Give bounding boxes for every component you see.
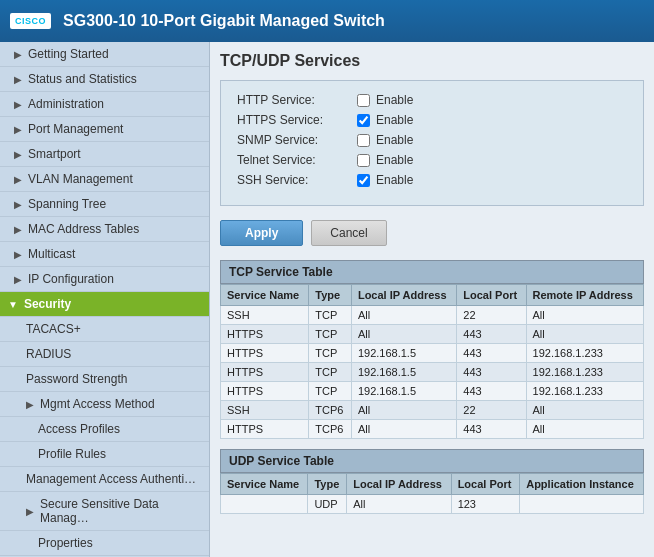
sidebar-item-secure-sensitive-data[interactable]: ▶Secure Sensitive Data Manag… bbox=[0, 492, 209, 531]
table-cell: 192.168.1.5 bbox=[351, 363, 456, 382]
service-checkbox-ssh[interactable] bbox=[357, 174, 370, 187]
service-enable-label-https: Enable bbox=[376, 113, 413, 127]
arrow-icon: ▶ bbox=[26, 399, 34, 410]
table-cell: All bbox=[351, 401, 456, 420]
table-cell: 443 bbox=[457, 325, 526, 344]
sidebar-item-label: VLAN Management bbox=[28, 172, 133, 186]
sidebar-item-label: Status and Statistics bbox=[28, 72, 137, 86]
sidebar-item-radius[interactable]: RADIUS bbox=[0, 342, 209, 367]
table-row: HTTPSTCPAll443All bbox=[221, 325, 644, 344]
sidebar-item-label: Administration bbox=[28, 97, 104, 111]
service-label-https: HTTPS Service: bbox=[237, 113, 357, 127]
sidebar-item-label: Secure Sensitive Data Manag… bbox=[40, 497, 201, 525]
sidebar-item-password-strength[interactable]: Password Strength bbox=[0, 367, 209, 392]
sidebar-item-port-management[interactable]: ▶Port Management bbox=[0, 117, 209, 142]
sidebar-item-profile-rules[interactable]: Profile Rules bbox=[0, 442, 209, 467]
service-row-ssh: SSH Service: Enable bbox=[237, 173, 627, 187]
table-cell: TCP6 bbox=[309, 401, 352, 420]
arrow-icon: ▶ bbox=[14, 274, 22, 285]
service-enable-label-telnet: Enable bbox=[376, 153, 413, 167]
table-cell: 443 bbox=[457, 420, 526, 439]
table-row: SSHTCPAll22All bbox=[221, 306, 644, 325]
services-form: HTTP Service: Enable HTTPS Service: Enab… bbox=[220, 80, 644, 206]
sidebar-item-access-profiles[interactable]: Access Profiles bbox=[0, 417, 209, 442]
sidebar-item-mgmt-access-method[interactable]: ▶Mgmt Access Method bbox=[0, 392, 209, 417]
table-cell: SSH bbox=[221, 306, 309, 325]
sidebar-item-mgmt-access-auth[interactable]: Management Access Authenti… bbox=[0, 467, 209, 492]
cancel-button[interactable]: Cancel bbox=[311, 220, 386, 246]
sidebar-item-ip-configuration[interactable]: ▶IP Configuration bbox=[0, 267, 209, 292]
table-cell: All bbox=[526, 325, 643, 344]
sidebar-item-spanning-tree[interactable]: ▶Spanning Tree bbox=[0, 192, 209, 217]
table-cell: HTTPS bbox=[221, 420, 309, 439]
sidebar-item-label: IP Configuration bbox=[28, 272, 114, 286]
table-cell: 192.168.1.233 bbox=[526, 363, 643, 382]
sidebar-item-label: Getting Started bbox=[28, 47, 109, 61]
sidebar-item-vlan-management[interactable]: ▶VLAN Management bbox=[0, 167, 209, 192]
sidebar-item-security[interactable]: ▼Security bbox=[0, 292, 209, 317]
sidebar-item-label: Password Strength bbox=[26, 372, 127, 386]
table-cell: HTTPS bbox=[221, 344, 309, 363]
column-header: Local Port bbox=[451, 474, 520, 495]
sidebar-item-label: Security bbox=[24, 297, 71, 311]
table-cell: 192.168.1.233 bbox=[526, 382, 643, 401]
service-label-http: HTTP Service: bbox=[237, 93, 357, 107]
table-cell: All bbox=[351, 420, 456, 439]
column-header: Type bbox=[309, 285, 352, 306]
sidebar-item-multicast[interactable]: ▶Multicast bbox=[0, 242, 209, 267]
service-label-snmp: SNMP Service: bbox=[237, 133, 357, 147]
column-header: Local IP Address bbox=[351, 285, 456, 306]
main-layout: ▶Getting Started▶Status and Statistics▶A… bbox=[0, 42, 654, 557]
table-cell: All bbox=[526, 420, 643, 439]
table-cell: All bbox=[526, 401, 643, 420]
sidebar-item-label: Mgmt Access Method bbox=[40, 397, 155, 411]
apply-button[interactable]: Apply bbox=[220, 220, 303, 246]
table-cell bbox=[221, 495, 308, 514]
column-header: Remote IP Address bbox=[526, 285, 643, 306]
sidebar-item-properties[interactable]: Properties bbox=[0, 531, 209, 556]
table-cell: 443 bbox=[457, 382, 526, 401]
main-content: TCP/UDP Services HTTP Service: Enable HT… bbox=[210, 42, 654, 557]
tcp-table: Service NameTypeLocal IP AddressLocal Po… bbox=[220, 284, 644, 439]
header: CISCO SG300-10 10-Port Gigabit Managed S… bbox=[0, 0, 654, 42]
service-row-telnet: Telnet Service: Enable bbox=[237, 153, 627, 167]
sidebar-item-label: RADIUS bbox=[26, 347, 71, 361]
arrow-icon: ▶ bbox=[14, 149, 22, 160]
arrow-icon: ▶ bbox=[26, 506, 34, 517]
service-checkbox-snmp[interactable] bbox=[357, 134, 370, 147]
service-row-https: HTTPS Service: Enable bbox=[237, 113, 627, 127]
tcp-table-header: TCP Service Table bbox=[220, 260, 644, 284]
sidebar-item-tacacs[interactable]: TACACS+ bbox=[0, 317, 209, 342]
table-cell: 22 bbox=[457, 306, 526, 325]
sidebar-item-label: Smartport bbox=[28, 147, 81, 161]
service-checkbox-telnet[interactable] bbox=[357, 154, 370, 167]
table-cell: SSH bbox=[221, 401, 309, 420]
sidebar-item-getting-started[interactable]: ▶Getting Started bbox=[0, 42, 209, 67]
service-checkbox-http[interactable] bbox=[357, 94, 370, 107]
table-cell: HTTPS bbox=[221, 363, 309, 382]
column-header: Local Port bbox=[457, 285, 526, 306]
column-header: Application Instance bbox=[520, 474, 644, 495]
arrow-icon: ▶ bbox=[14, 74, 22, 85]
sidebar-item-smartport[interactable]: ▶Smartport bbox=[0, 142, 209, 167]
sidebar-item-label: MAC Address Tables bbox=[28, 222, 139, 236]
table-cell bbox=[520, 495, 644, 514]
sidebar-item-label: TACACS+ bbox=[26, 322, 81, 336]
table-cell: HTTPS bbox=[221, 325, 309, 344]
sidebar-item-label: Access Profiles bbox=[38, 422, 120, 436]
service-checkbox-https[interactable] bbox=[357, 114, 370, 127]
arrow-icon: ▶ bbox=[14, 224, 22, 235]
service-enable-label-http: Enable bbox=[376, 93, 413, 107]
arrow-icon: ▶ bbox=[14, 49, 22, 60]
sidebar-item-administration[interactable]: ▶Administration bbox=[0, 92, 209, 117]
service-label-telnet: Telnet Service: bbox=[237, 153, 357, 167]
service-row-http: HTTP Service: Enable bbox=[237, 93, 627, 107]
page-title: TCP/UDP Services bbox=[220, 52, 644, 70]
tcp-table-section: TCP Service Table Service NameTypeLocal … bbox=[220, 260, 644, 439]
sidebar-item-mac-address-tables[interactable]: ▶MAC Address Tables bbox=[0, 217, 209, 242]
service-enable-label-ssh: Enable bbox=[376, 173, 413, 187]
sidebar-item-status-statistics[interactable]: ▶Status and Statistics bbox=[0, 67, 209, 92]
button-row: Apply Cancel bbox=[220, 216, 644, 250]
table-row: HTTPSTCP192.168.1.5443192.168.1.233 bbox=[221, 382, 644, 401]
service-row-snmp: SNMP Service: Enable bbox=[237, 133, 627, 147]
